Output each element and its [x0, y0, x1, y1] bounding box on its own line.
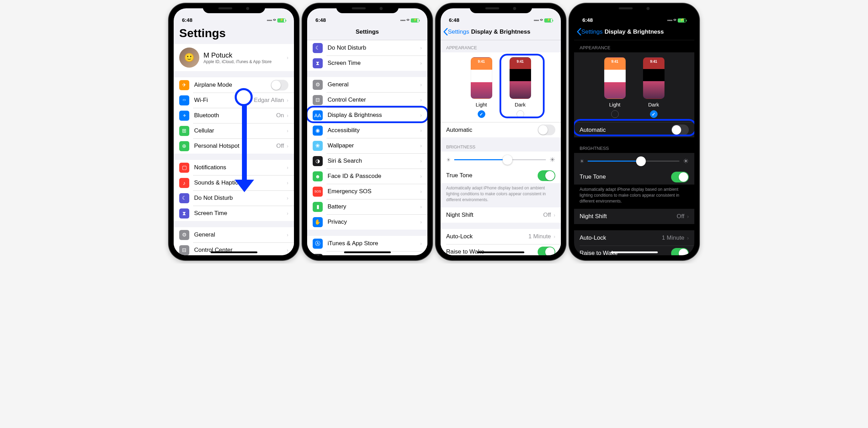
- cell-icon: ⧗: [313, 58, 323, 68]
- chevron-icon: ›: [287, 128, 288, 134]
- chevron-icon: ›: [420, 60, 422, 66]
- cell-icon: ⊕: [179, 141, 189, 151]
- chevron-icon: ›: [287, 165, 288, 170]
- cell-icon: ☾: [179, 193, 189, 203]
- settings-cell[interactable]: ⚙General›: [174, 227, 294, 242]
- chevron-icon: ›: [420, 45, 422, 51]
- account-sub: Apple ID, iCloud, iTunes & App Store: [203, 59, 286, 64]
- cell-icon: ⊞: [179, 126, 189, 136]
- phone-2: 6:48▪▪▪▪⌔ Settings ☾Do Not Disturb›⧗Scre…: [302, 3, 432, 260]
- chevron-icon: ›: [287, 211, 288, 216]
- apple-id-cell[interactable]: 🙂 M Potuck Apple ID, iCloud, iTunes & Ap…: [174, 44, 294, 71]
- cell-icon: SOS: [313, 187, 323, 197]
- settings-cell[interactable]: ⧗Screen Time›: [307, 55, 427, 71]
- true-tone-switch[interactable]: [671, 172, 689, 182]
- settings-cell[interactable]: ◑Siri & Search›: [307, 153, 427, 169]
- settings-cell[interactable]: ❀Wallpaper›: [307, 138, 427, 153]
- chevron-icon: ›: [420, 128, 422, 133]
- chevron-icon: ›: [420, 241, 422, 246]
- true-tone-cell[interactable]: True Tone: [441, 168, 561, 183]
- brightness-header: BRIGHTNESS: [441, 137, 561, 152]
- brightness-slider[interactable]: ☀︎ ☀︎: [441, 152, 561, 168]
- chevron-icon: ›: [420, 219, 422, 225]
- chevron-icon: ›: [287, 180, 288, 186]
- cell-icon: ▢: [179, 163, 189, 173]
- appearance-dark[interactable]: 9:41 Dark: [643, 57, 665, 118]
- home-indicator[interactable]: [344, 251, 391, 253]
- raise-to-wake-cell[interactable]: Raise to Wake: [441, 244, 561, 255]
- chevron-icon: ›: [420, 97, 422, 103]
- settings-cell[interactable]: ⧗Screen Time›: [174, 206, 294, 221]
- home-indicator[interactable]: [611, 251, 658, 253]
- cell-icon: ♪: [179, 178, 189, 188]
- settings-cell[interactable]: SOSEmergency SOS›: [307, 184, 427, 199]
- nav-bar: Settings: [307, 24, 427, 40]
- radio-checked-icon: [650, 110, 658, 118]
- phone-1: 6:48 ▪▪▪▪⌔ Settings 🙂 M Potuck Apple ID,…: [169, 3, 299, 260]
- home-indicator[interactable]: [477, 251, 524, 253]
- settings-cell[interactable]: ⊕Personal HotspotOff›: [174, 138, 294, 154]
- settings-cell[interactable]: ⊞Cellular›: [174, 123, 294, 138]
- nav-title: Display & Brightness: [605, 28, 664, 35]
- settings-cell[interactable]: ⌖BluetoothOn›: [174, 108, 294, 123]
- settings-cell[interactable]: ▮Battery›: [307, 199, 427, 214]
- true-tone-cell[interactable]: True Tone: [574, 169, 694, 185]
- home-indicator[interactable]: [210, 251, 257, 253]
- cell-icon: ◑: [313, 156, 323, 166]
- settings-cell[interactable]: ☻Face ID & Passcode›: [307, 169, 427, 184]
- settings-cell[interactable]: ⊟Control Center›: [174, 242, 294, 255]
- settings-cell[interactable]: ⚙General›: [307, 77, 427, 92]
- annotation-highlight-auto: [574, 119, 694, 136]
- toggle-switch[interactable]: [271, 80, 288, 91]
- cell-icon: Ⓐ: [313, 239, 323, 249]
- settings-cell[interactable]: ◉Accessibility›: [307, 123, 427, 138]
- sun-small-icon: ☀︎: [580, 158, 584, 164]
- sun-large-icon: ☀︎: [549, 156, 555, 164]
- settings-cell[interactable]: ☾Do Not Disturb›: [174, 190, 294, 206]
- automatic-switch[interactable]: [538, 125, 555, 135]
- raise-to-wake-cell[interactable]: Raise to Wake: [574, 246, 694, 255]
- auto-lock-cell[interactable]: Auto-Lock 1 Minute ›: [441, 229, 561, 244]
- nav-title: Settings: [356, 28, 379, 35]
- settings-cell[interactable]: ✈Airplane Mode: [174, 77, 294, 93]
- night-shift-cell[interactable]: Night Shift Off ›: [574, 209, 694, 224]
- automatic-cell[interactable]: Automatic: [441, 122, 561, 137]
- back-button[interactable]: Settings: [577, 28, 602, 35]
- settings-cell[interactable]: ✋Privacy›: [307, 214, 427, 230]
- settings-cell[interactable]: ⒶiTunes & App Store›: [307, 236, 427, 251]
- cell-icon: ⚙: [179, 230, 189, 240]
- raise-switch[interactable]: [671, 248, 689, 255]
- chevron-icon: ›: [420, 204, 422, 209]
- chevron-icon: ›: [287, 113, 288, 118]
- account-name: M Potuck: [203, 51, 286, 59]
- settings-cell[interactable]: ⌔Wi-FiEdgar Allan›: [174, 93, 294, 108]
- raise-switch[interactable]: [538, 247, 555, 255]
- settings-cell[interactable]: ♪Sounds & Haptics›: [174, 175, 294, 190]
- phone-3: 6:48▪▪▪▪⌔ Settings Display & Brightness …: [436, 3, 566, 260]
- cell-icon: ▮: [313, 202, 323, 212]
- chevron-icon: ›: [287, 232, 288, 238]
- cell-icon: ⊟: [179, 245, 189, 255]
- cell-icon: ❀: [313, 141, 323, 151]
- appearance-light[interactable]: 9:41 Light: [604, 57, 626, 118]
- status-time: 6:48: [182, 17, 192, 23]
- appearance-light[interactable]: 9:41 Light: [471, 57, 492, 118]
- brightness-slider[interactable]: ☀︎ ☀︎: [574, 153, 694, 169]
- annotation-circle: [235, 88, 253, 106]
- cell-icon: ⌖: [179, 111, 189, 121]
- chevron-icon: ›: [420, 158, 422, 164]
- true-tone-switch[interactable]: [538, 170, 555, 181]
- settings-cell[interactable]: ▢Notifications›: [174, 160, 294, 175]
- chevron-icon: ›: [420, 143, 422, 148]
- cell-icon: ▬: [313, 254, 323, 256]
- appearance-header: APPEARANCE: [441, 40, 561, 52]
- chevron-icon: ›: [287, 55, 288, 60]
- cell-icon: ☻: [313, 171, 323, 181]
- chevron-icon: ›: [287, 247, 288, 253]
- back-button[interactable]: Settings: [443, 28, 469, 35]
- sun-large-icon: ☀︎: [683, 157, 689, 165]
- auto-lock-cell[interactable]: Auto-Lock 1 Minute ›: [574, 230, 694, 246]
- settings-cell[interactable]: ⊟Control Center›: [307, 92, 427, 108]
- night-shift-cell[interactable]: Night Shift Off ›: [441, 207, 561, 223]
- settings-cell[interactable]: ☾Do Not Disturb›: [307, 40, 427, 55]
